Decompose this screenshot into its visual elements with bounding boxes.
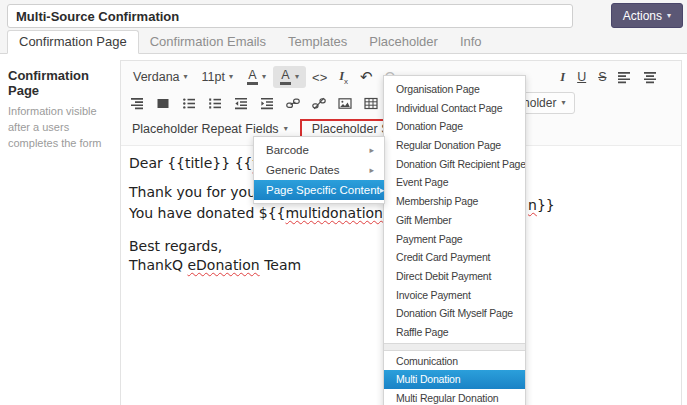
undo-icon: ↶	[360, 68, 373, 86]
submenu-item-comunication[interactable]: Comunication	[384, 352, 525, 371]
table-icon	[364, 97, 378, 110]
image-icon	[338, 97, 352, 110]
align-right-icon	[130, 97, 144, 110]
underline-icon: U	[577, 70, 586, 84]
link-button[interactable]	[282, 92, 304, 114]
chevron-down-icon: ▾	[184, 73, 188, 81]
content-line-donated-tail: n}}	[528, 197, 555, 213]
section-sidebar: Confirmation Page Information visible af…	[8, 68, 114, 152]
image-button[interactable]	[334, 92, 356, 114]
chevron-down-icon: ▾	[561, 99, 565, 107]
chevron-down-icon: ▾	[262, 73, 266, 81]
tab-info[interactable]: Info	[449, 31, 493, 53]
tab-bar: Confirmation Page Confirmation Emails Te…	[0, 32, 687, 54]
highlight-color-button[interactable]: A ▾	[273, 66, 306, 88]
highlight-color-icon: A	[280, 69, 291, 86]
chevron-right-icon: ▸	[369, 160, 374, 180]
submenu-item-multi-regular-donation[interactable]: Multi Regular Donation	[384, 389, 525, 405]
link-icon	[286, 97, 300, 110]
tab-confirmation-emails[interactable]: Confirmation Emails	[139, 31, 277, 53]
page-specific-content-submenu: Organisation Page Individual Contact Pag…	[383, 75, 526, 405]
outdent-button[interactable]	[230, 92, 252, 114]
unordered-list-icon	[182, 97, 196, 110]
placeholder-repeat-fields-label: Placeholder Repeat Fields	[132, 122, 279, 136]
chevron-down-icon: ▾	[295, 73, 299, 81]
submenu-item-direct-debit-payment[interactable]: Direct Debit Payment	[384, 267, 525, 286]
justify-button[interactable]	[152, 92, 174, 114]
placeholder-sections-menu: Barcode ▸ Generic Dates ▸ Page Specific …	[253, 136, 385, 204]
align-left-button[interactable]	[613, 66, 635, 88]
italic-button[interactable]: I	[554, 66, 571, 88]
menu-item-generic-dates[interactable]: Generic Dates ▸	[254, 160, 384, 180]
submenu-item-credit-card-payment[interactable]: Credit Card Payment	[384, 248, 525, 267]
align-center-button[interactable]	[639, 66, 661, 88]
menu-item-page-specific-content[interactable]: Page Specific Content ▸	[254, 180, 384, 200]
actions-button[interactable]: Actions ▾	[611, 3, 683, 28]
submenu-item-event-page[interactable]: Event Page	[384, 173, 525, 192]
submenu-separator	[384, 343, 525, 351]
chevron-down-icon: ▾	[229, 73, 233, 81]
unlink-button[interactable]	[308, 92, 330, 114]
menu-item-barcode[interactable]: Barcode ▸	[254, 140, 384, 160]
chevron-down-icon: ▾	[667, 12, 671, 20]
strikethrough-button[interactable]: S	[592, 66, 612, 88]
page: Actions ▾ Confirmation Page Confirmation…	[0, 0, 687, 405]
actions-label: Actions	[623, 9, 662, 23]
underline-button[interactable]: U	[571, 66, 592, 88]
submenu-item-payment-page[interactable]: Payment Page	[384, 230, 525, 249]
font-size-select[interactable]: 11pt ▾	[195, 66, 240, 88]
indent-icon	[260, 97, 274, 110]
indent-button[interactable]	[256, 92, 278, 114]
submenu-item-donation-gift-myself-page[interactable]: Donation Gift Myself Page	[384, 304, 525, 323]
table-button[interactable]	[360, 92, 382, 114]
unordered-list-button[interactable]	[178, 92, 200, 114]
outdent-icon	[234, 97, 248, 110]
top-bar: Actions ▾	[0, 0, 687, 32]
submenu-item-membership-page[interactable]: Membership Page	[384, 192, 525, 211]
align-left-icon	[617, 71, 631, 84]
ordered-list-button[interactable]	[204, 92, 226, 114]
justify-icon	[156, 97, 170, 110]
strikethrough-icon: S	[598, 70, 606, 84]
clear-format-icon: Ix	[339, 69, 348, 86]
submenu-item-gift-member[interactable]: Gift Member	[384, 211, 525, 230]
submenu-item-donation-gift-recipient-page[interactable]: Donation Gift Recipient Page	[384, 155, 525, 174]
chevron-right-icon: ▸	[380, 180, 385, 200]
submenu-item-regular-donation-page[interactable]: Regular Donation Page	[384, 136, 525, 155]
chevron-right-icon: ▸	[369, 140, 374, 160]
italic-icon: I	[560, 70, 565, 85]
font-color-button[interactable]: A ▾	[240, 66, 273, 88]
form-title-input[interactable]	[7, 4, 573, 28]
submenu-item-multi-donation[interactable]: Multi Donation	[384, 370, 525, 389]
placeholder-repeat-fields-button[interactable]: Placeholder Repeat Fields ▾	[126, 122, 294, 136]
align-right-button[interactable]	[126, 92, 148, 114]
tab-confirmation-page[interactable]: Confirmation Page	[7, 30, 139, 54]
code-icon: <>	[312, 70, 327, 85]
undo-button[interactable]: ↶	[354, 66, 379, 88]
font-size-value: 11pt	[202, 70, 225, 84]
tab-placeholder[interactable]: Placeholder	[358, 31, 449, 53]
submenu-item-invoice-payment[interactable]: Invoice Payment	[384, 286, 525, 305]
submenu-item-organisation-page[interactable]: Organisation Page	[384, 80, 525, 99]
tab-templates[interactable]: Templates	[277, 31, 358, 53]
ordered-list-icon	[208, 97, 222, 110]
align-center-icon	[643, 71, 657, 84]
submenu-item-donation-page[interactable]: Donation Page	[384, 117, 525, 136]
unlink-icon	[312, 97, 326, 110]
font-family-select[interactable]: Verdana ▾	[126, 66, 195, 88]
font-color-icon: A	[247, 69, 258, 86]
chevron-down-icon: ▾	[284, 125, 288, 133]
submenu-item-individual-contact-page[interactable]: Individual Contact Page	[384, 99, 525, 118]
clear-format-button[interactable]: Ix	[333, 66, 354, 88]
code-view-button[interactable]: <>	[306, 66, 333, 88]
font-family-value: Verdana	[133, 70, 180, 84]
section-title: Confirmation Page	[8, 68, 114, 98]
submenu-item-raffle-page[interactable]: Raffle Page	[384, 323, 525, 342]
section-description: Information visible after a users comple…	[8, 104, 114, 152]
